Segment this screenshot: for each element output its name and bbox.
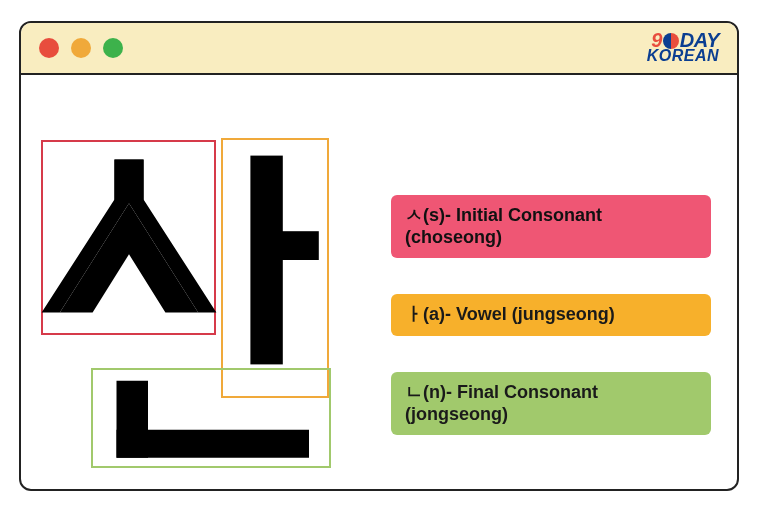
svg-rect-1 — [250, 156, 282, 365]
svg-rect-0 — [114, 160, 143, 204]
brand-logo: 9DAY KOREAN — [647, 31, 719, 63]
maximize-icon[interactable] — [103, 38, 123, 58]
label-final-consonant: ㄴ(n)- Final Consonant (jongseong) — [391, 372, 711, 435]
nieun-icon — [106, 376, 316, 466]
brand-bottom: KOREAN — [647, 49, 719, 63]
close-icon[interactable] — [39, 38, 59, 58]
svg-rect-2 — [279, 231, 319, 260]
window-controls — [39, 38, 123, 58]
label-final-text: ㄴ(n)- Final Consonant (jongseong) — [405, 382, 598, 424]
label-vowel-text: ㅏ(a)- Vowel (jungseong) — [405, 304, 615, 324]
syllable-block — [41, 140, 361, 470]
a-vowel-icon — [236, 145, 326, 375]
label-initial-text: ㅅ(s)- Initial Consonant (choseong) — [405, 205, 602, 247]
svg-rect-4 — [117, 430, 310, 458]
label-vowel: ㅏ(a)- Vowel (jungseong) — [391, 294, 711, 336]
minimize-icon[interactable] — [71, 38, 91, 58]
label-initial-consonant: ㅅ(s)- Initial Consonant (choseong) — [391, 195, 711, 258]
siot-icon — [38, 145, 220, 327]
app-window: 9DAY KOREAN — [19, 21, 739, 491]
initial-consonant-glyph — [38, 145, 220, 331]
final-consonant-glyph — [106, 376, 316, 470]
vowel-glyph — [236, 145, 326, 379]
titlebar: 9DAY KOREAN — [21, 23, 737, 75]
labels-list: ㅅ(s)- Initial Consonant (choseong) ㅏ(a)-… — [391, 195, 711, 435]
content-area: ㅅ(s)- Initial Consonant (choseong) ㅏ(a)-… — [21, 75, 737, 489]
